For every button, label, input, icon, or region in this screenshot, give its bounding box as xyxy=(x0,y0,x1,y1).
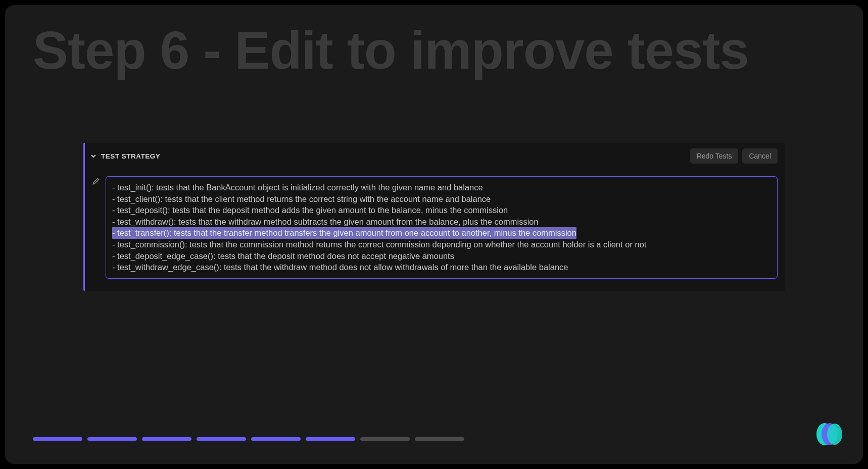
editor-line[interactable]: - test_deposit_edge_case(): tests that t… xyxy=(112,251,454,260)
panel-header: TEST STRATEGY Redo Tests Cancel xyxy=(85,143,785,169)
cancel-button[interactable]: Cancel xyxy=(742,148,778,164)
progress-bar xyxy=(33,437,464,441)
progress-segment[interactable] xyxy=(360,437,410,441)
panel-body: - test_init(): tests that the BankAccoun… xyxy=(85,169,785,291)
editor-line[interactable]: - test_transfer(): tests that the transf… xyxy=(112,227,576,239)
progress-segment[interactable] xyxy=(251,437,301,441)
page-title: Step 6 - Edit to improve tests xyxy=(33,20,749,81)
progress-segment[interactable] xyxy=(306,437,355,441)
editor-line[interactable]: - test_commission(): tests that the comm… xyxy=(112,240,646,249)
editor-line[interactable]: - test_deposit(): tests that the deposit… xyxy=(112,205,508,215)
brand-logo xyxy=(813,422,843,447)
test-strategy-panel: TEST STRATEGY Redo Tests Cancel - test_i… xyxy=(83,143,785,291)
test-strategy-editor[interactable]: - test_init(): tests that the BankAccoun… xyxy=(106,176,778,279)
panel-header-left[interactable]: TEST STRATEGY xyxy=(90,152,160,160)
panel-title-label: TEST STRATEGY xyxy=(101,152,160,160)
redo-tests-button[interactable]: Redo Tests xyxy=(690,148,739,164)
progress-segment[interactable] xyxy=(415,437,464,441)
slide-frame: Step 6 - Edit to improve tests TEST STRA… xyxy=(5,5,863,464)
svg-point-2 xyxy=(827,424,842,445)
editor-line[interactable]: - test_client(): tests that the client m… xyxy=(112,194,491,203)
editor-line[interactable]: - test_init(): tests that the BankAccoun… xyxy=(112,183,483,192)
pencil-icon[interactable] xyxy=(92,177,100,185)
progress-segment[interactable] xyxy=(33,437,82,441)
progress-segment[interactable] xyxy=(197,437,246,441)
chevron-down-icon xyxy=(90,152,97,160)
panel-header-actions: Redo Tests Cancel xyxy=(690,148,778,164)
editor-line[interactable]: - test_withdraw_edge_case(): tests that … xyxy=(112,263,568,272)
progress-segment[interactable] xyxy=(142,437,191,441)
progress-segment[interactable] xyxy=(87,437,137,441)
editor-line[interactable]: - test_withdraw(): tests that the withdr… xyxy=(112,217,539,226)
